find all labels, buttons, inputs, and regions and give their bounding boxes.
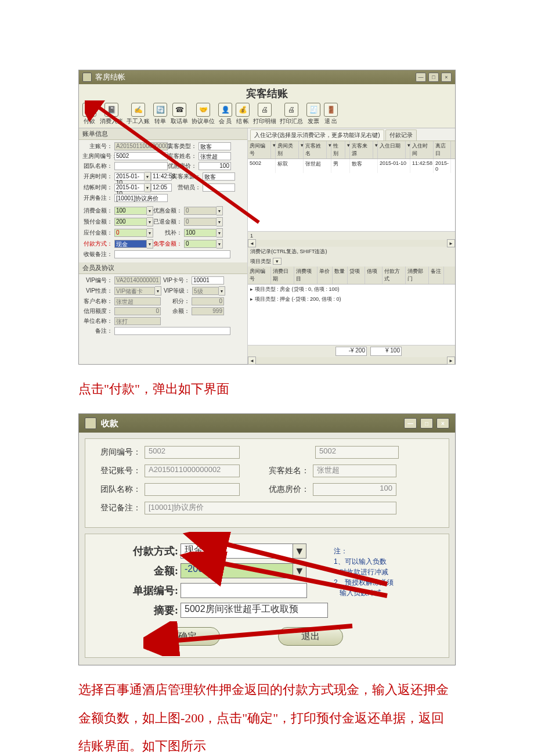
guest-name-field[interactable]: 张世超 [199, 152, 231, 160]
bill-no-field[interactable] [181, 583, 307, 598]
hscroll2[interactable]: ◄► [248, 357, 455, 364]
sales-label: 营销员： [172, 183, 201, 192]
tb-agreement[interactable]: 🤝协议单位 [192, 103, 215, 125]
team-field[interactable] [114, 162, 168, 170]
close-button[interactable]: × [436, 418, 449, 429]
free-field[interactable]: 0 [184, 240, 217, 248]
prepay-field[interactable]: 200 [114, 218, 147, 226]
makeup-field[interactable]: 100 [184, 229, 217, 237]
consume-field[interactable]: 100 [114, 207, 147, 215]
scroll-right-icon[interactable]: ► [447, 239, 455, 247]
chevron-down-icon[interactable]: ▼ [155, 286, 161, 296]
chevron-down-icon[interactable]: ▼ [217, 239, 223, 249]
tb-member[interactable]: 👤会 员 [218, 103, 232, 125]
chevron-down-icon[interactable]: ▼ [217, 228, 223, 237]
tb-transfer[interactable]: 🔄转单 [153, 103, 167, 125]
maximize-button[interactable]: □ [428, 73, 439, 82]
main-acct-field: A2015011000000002 [114, 142, 168, 150]
room-field-2: 5002 [315, 446, 399, 459]
manual-icon: ✍ [131, 103, 145, 117]
tab-checkin[interactable]: 入住记录(选择显示消费记录，更多功能详见右键) [250, 129, 384, 141]
grid-header: 房间编号▾ 房间类别▾ 宾客姓名▾ 性别▾ 宾客来源▾ 入住日期▾ 入住时间 离… [248, 141, 455, 159]
tb-invoice[interactable]: 🧾发票 [306, 103, 320, 125]
open-time-label: 开房时间： [82, 172, 113, 181]
titlebar2: 收款 — □ × [79, 414, 455, 433]
refund-label: 已退金额： [153, 218, 182, 226]
room-no-label: 主房间编号： [82, 152, 113, 160]
disc-price-field[interactable]: 100 [199, 162, 231, 170]
sales-field[interactable] [203, 183, 235, 192]
tb-pay[interactable]: 💳付款 [82, 103, 96, 125]
vip-card-field[interactable]: 10001 [192, 276, 224, 285]
pay-mode-field[interactable]: 现金 [181, 543, 293, 559]
tb-manual[interactable]: ✍手工入账 [127, 103, 150, 125]
pay-method-field[interactable]: 现金 [114, 240, 147, 248]
tb-checkout[interactable]: 💰结 帐 [236, 103, 250, 125]
open-date-field[interactable]: 2015-01-10 [114, 172, 145, 181]
print-icon: 🖨 [258, 103, 272, 117]
group-row-2[interactable]: ▸ 项目类型 : 押金 (-贷项 : 200, 借项 : 0) [248, 294, 455, 304]
invoice-icon: 🧾 [306, 103, 320, 117]
member-icon: 👤 [218, 103, 232, 117]
chevron-down-icon[interactable]: ▼ [293, 543, 306, 559]
summary-field[interactable]: 5002房间张世超手工收取预 [181, 603, 328, 618]
transfer-icon: 🔄 [153, 103, 167, 117]
close-time-field[interactable]: 12:05 [151, 183, 172, 192]
recv-remark-label: 收银备注： [82, 250, 113, 258]
points-label: 积分： [161, 297, 190, 305]
org-field: 张打 [114, 317, 161, 325]
pay-icon: 💳 [82, 103, 96, 117]
open-remark-field[interactable]: [10001]协议房价 [114, 194, 168, 202]
tb-printsum[interactable]: 🖨打印汇总 [280, 103, 303, 125]
exit-button[interactable]: 退出 [278, 627, 343, 646]
remark-label: 登记备注： [96, 503, 141, 513]
tb-phone[interactable]: ☎取话单 [171, 103, 188, 125]
pay-method-label: 付款方式： [82, 240, 113, 248]
open-time-field[interactable]: 11:42:58 [151, 172, 172, 181]
room-field: 5002 [145, 446, 240, 459]
recv-remark-field[interactable] [114, 250, 230, 258]
scroll-right-icon[interactable]: ► [447, 357, 455, 365]
chevron-down-icon[interactable]: ▼ [217, 217, 223, 226]
team-label: 团队名称： [96, 484, 141, 495]
chevron-down-icon[interactable]: ▼ [147, 239, 153, 249]
remark-field[interactable] [114, 327, 230, 335]
chevron-down-icon[interactable]: ▼ [147, 217, 153, 226]
tb-printdetail[interactable]: 🖨打印明细 [253, 103, 276, 125]
chevron-down-icon[interactable]: ▼ [145, 172, 151, 181]
free-label: 免零金额： [153, 240, 182, 248]
due-field[interactable]: 0 [114, 229, 147, 237]
chevron-down-icon[interactable]: ▼ [293, 563, 306, 578]
scroll-left-icon[interactable]: ◄ [248, 239, 256, 247]
tb-exit[interactable]: 🚪退 出 [324, 103, 338, 125]
item-type-filter[interactable]: 项目类型 ▾ [248, 257, 455, 267]
close-button[interactable]: × [441, 73, 452, 82]
ok-button[interactable]: 确定 [155, 627, 220, 646]
maximize-button[interactable]: □ [420, 418, 433, 429]
tb-consume[interactable]: 📓消费入账 [100, 103, 123, 125]
right-panel: 入住记录(选择显示消费记录，更多功能详见右键) 付款记录 房间编号▾ 房间类别▾… [247, 128, 455, 364]
scroll-left-icon[interactable]: ◄ [248, 357, 256, 365]
hscroll[interactable]: ◄► [248, 240, 455, 247]
table-row[interactable]: 5002 标双 张世超 男 散客 2015-01-10 11:42:58 201… [248, 159, 455, 173]
tab-pay[interactable]: 付款记录 [385, 129, 417, 141]
chevron-down-icon[interactable]: ▼ [145, 183, 151, 192]
note-text: 注： 1、可以输入负数 对收款进行冲减 2、预授权解冻必须 输入负数冲减 [328, 543, 394, 622]
chevron-down-icon[interactable]: ▼ [147, 228, 153, 237]
input-panel: 付款方式:现金▼ 金额:-200▼ 单据编号: 摘要:5002房间张世超手工收取… [85, 534, 449, 658]
guest-src-field[interactable]: 散客 [203, 172, 235, 181]
minimize-button[interactable]: — [404, 418, 417, 429]
guest-name-label: 宾客姓名： [168, 152, 197, 160]
prepay-label: 预付金额： [82, 218, 113, 226]
close-date-field[interactable]: 2015-01-10 [114, 183, 145, 192]
credit-label: 信用额度： [82, 307, 113, 315]
chevron-down-icon[interactable]: ▼ [219, 286, 225, 296]
group-row-1[interactable]: ▸ 项目类型 : 房金 (贷项 : 0, 借项 : 100) [248, 285, 455, 294]
minimize-button[interactable]: — [416, 73, 426, 82]
room-no-field[interactable]: 5002 [114, 152, 168, 160]
chevron-down-icon[interactable]: ▼ [217, 206, 223, 215]
chevron-down-icon[interactable]: ▼ [147, 206, 153, 215]
vip-type-label: VIP性质： [82, 287, 113, 295]
guest-type-field[interactable]: 散客 [199, 142, 231, 150]
amount-field[interactable]: -200 [181, 563, 293, 578]
